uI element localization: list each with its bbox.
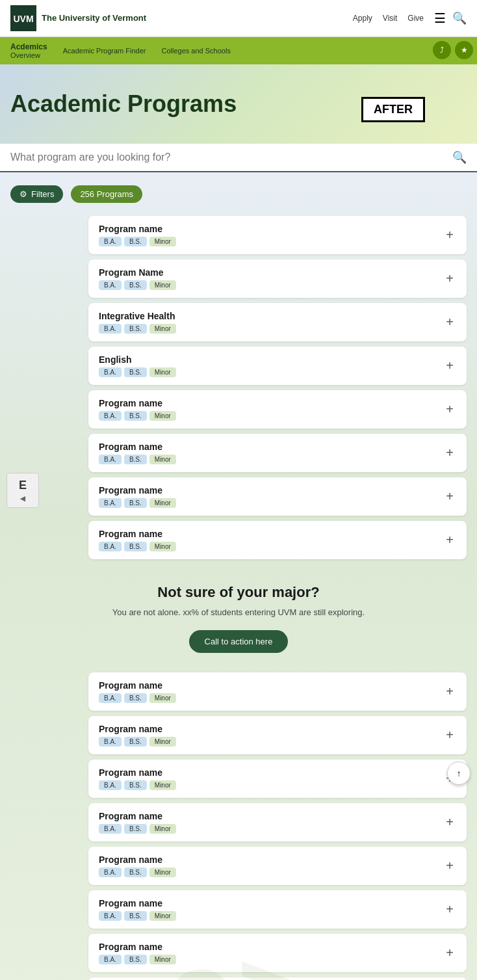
programs-count-button[interactable]: 256 Programs	[71, 185, 142, 203]
nav-colleges[interactable]: Colleges and Schools	[161, 47, 230, 55]
program-name: Program name	[99, 224, 443, 234]
program-card-content: Program nameB.A.B.S.Minor	[99, 942, 443, 964]
program-tags: B.A.B.S.Minor	[99, 542, 443, 551]
program-tag: B.S.	[124, 911, 147, 921]
program-card-content: Program nameB.A.B.S.Minor	[99, 398, 443, 421]
expand-program-button[interactable]: +	[443, 489, 456, 504]
program-card[interactable]: Program nameB.A.B.S.Minor+	[88, 477, 467, 516]
favorite-icon[interactable]: ★	[455, 41, 473, 59]
filters-button[interactable]: ⚙ Filters	[10, 185, 63, 203]
expand-program-button[interactable]: +	[443, 402, 456, 417]
program-tag: B.S.	[124, 780, 147, 790]
program-card[interactable]: Program nameB.A.B.S.Minor+	[88, 890, 467, 929]
program-card[interactable]: Program nameB.A.B.S.Minor+	[88, 977, 467, 980]
filter-bar: ⚙ Filters 256 Programs	[10, 185, 467, 203]
academics-nav-label: Acdemics	[10, 42, 47, 51]
logo-area[interactable]: UVM The University of Vermont	[10, 5, 146, 31]
program-tag: Minor	[149, 455, 176, 464]
programs-list-first: Program nameB.A.B.S.Minor+Program NameB.…	[88, 216, 467, 559]
program-tag: B.A.	[99, 237, 122, 246]
program-card[interactable]: Program nameB.A.B.S.Minor+	[88, 672, 467, 711]
program-tag: B.A.	[99, 411, 122, 421]
program-name: Program name	[99, 811, 443, 821]
program-tags: B.A.B.S.Minor	[99, 693, 443, 703]
program-name: Program name	[99, 680, 443, 691]
program-tag: Minor	[149, 367, 176, 377]
apply-link[interactable]: Apply	[353, 14, 372, 23]
expand-program-button[interactable]: +	[443, 228, 456, 243]
program-card[interactable]: Program nameB.A.B.S.Minor+	[88, 716, 467, 754]
program-card[interactable]: Program nameB.A.B.S.Minor+	[88, 216, 467, 254]
program-card[interactable]: Program nameB.A.B.S.Minor+	[88, 934, 467, 972]
after-badge: AFTER	[361, 97, 425, 122]
program-card[interactable]: Program nameB.A.B.S.Minor+	[88, 760, 467, 798]
program-tags: B.A.B.S.Minor	[99, 280, 443, 290]
expand-program-button[interactable]: +	[443, 358, 456, 373]
expand-program-button[interactable]: +	[443, 902, 456, 917]
site-name: The University of Vermont	[42, 13, 146, 23]
expand-program-button[interactable]: +	[443, 858, 456, 873]
program-card-content: Program NameB.A.B.S.Minor	[99, 267, 443, 290]
program-card-content: Integrative HealthB.A.B.S.Minor	[99, 311, 443, 334]
share-icon[interactable]: ⤴	[433, 41, 451, 59]
sidebar-letter-indicator: E ◀	[6, 473, 39, 508]
program-card[interactable]: Program nameB.A.B.S.Minor+	[88, 847, 467, 885]
program-tag: Minor	[149, 237, 176, 246]
program-card[interactable]: Program nameB.A.B.S.Minor+	[88, 803, 467, 841]
program-card[interactable]: Program nameB.A.B.S.Minor+	[88, 390, 467, 429]
program-card[interactable]: Integrative HealthB.A.B.S.Minor+	[88, 303, 467, 341]
program-tag: B.A.	[99, 280, 122, 290]
main-content: ⚙ Filters 256 Programs Program nameB.A.B…	[0, 172, 477, 980]
program-tag: Minor	[149, 542, 176, 551]
program-card-content: Program nameB.A.B.S.Minor	[99, 529, 443, 551]
scroll-to-top-button[interactable]: ↑	[447, 761, 471, 785]
cta-button[interactable]: Call to action here	[189, 630, 289, 653]
program-tags: B.A.B.S.Minor	[99, 737, 443, 747]
program-tag: Minor	[149, 867, 176, 877]
expand-program-button[interactable]: +	[443, 946, 456, 960]
program-tag: B.S.	[124, 411, 147, 421]
expand-program-button[interactable]: +	[443, 684, 456, 699]
program-card-content: Program nameB.A.B.S.Minor	[99, 898, 443, 921]
program-card[interactable]: Program nameB.A.B.S.Minor+	[88, 434, 467, 472]
program-tag: B.A.	[99, 455, 122, 464]
expand-program-button[interactable]: +	[443, 815, 456, 830]
program-card[interactable]: Program NameB.A.B.S.Minor+	[88, 259, 467, 298]
program-tag: B.A.	[99, 824, 122, 834]
program-tag: B.A.	[99, 367, 122, 377]
program-tag: B.S.	[124, 693, 147, 703]
visit-link[interactable]: Visit	[383, 14, 397, 23]
program-tag: Minor	[149, 955, 176, 964]
program-name: Program name	[99, 898, 443, 908]
program-name: Program name	[99, 942, 443, 952]
program-tag: Minor	[149, 280, 176, 290]
nav-overview[interactable]: Overview	[10, 51, 47, 59]
program-name: English	[99, 354, 443, 365]
program-tags: B.A.B.S.Minor	[99, 955, 443, 964]
search-icon[interactable]: 🔍	[452, 11, 467, 25]
expand-program-button[interactable]: +	[443, 445, 456, 460]
program-card[interactable]: Program nameB.A.B.S.Minor+	[88, 521, 467, 559]
program-tag: B.A.	[99, 867, 122, 877]
nav-program-finder[interactable]: Academic Program Finder	[63, 47, 146, 55]
program-tag: B.A.	[99, 498, 122, 508]
program-name: Program name	[99, 529, 443, 539]
expand-program-button[interactable]: +	[443, 728, 456, 743]
program-tag: B.S.	[124, 324, 147, 334]
search-submit-icon[interactable]: 🔍	[452, 150, 467, 165]
program-tags: B.A.B.S.Minor	[99, 498, 443, 508]
program-tag: B.S.	[124, 280, 147, 290]
expand-program-button[interactable]: +	[443, 533, 456, 548]
expand-program-button[interactable]: +	[443, 315, 456, 330]
program-card[interactable]: EnglishB.A.B.S.Minor+	[88, 347, 467, 385]
expand-program-button[interactable]: +	[443, 271, 456, 286]
program-card-content: Program nameB.A.B.S.Minor	[99, 485, 443, 508]
program-tag: B.A.	[99, 693, 122, 703]
program-name: Program name	[99, 485, 443, 496]
give-link[interactable]: Give	[407, 14, 424, 23]
program-tags: B.A.B.S.Minor	[99, 324, 443, 334]
program-tag: B.S.	[124, 498, 147, 508]
program-tag: B.S.	[124, 824, 147, 834]
menu-icon[interactable]: ☰	[434, 10, 446, 26]
search-input[interactable]	[10, 152, 452, 163]
